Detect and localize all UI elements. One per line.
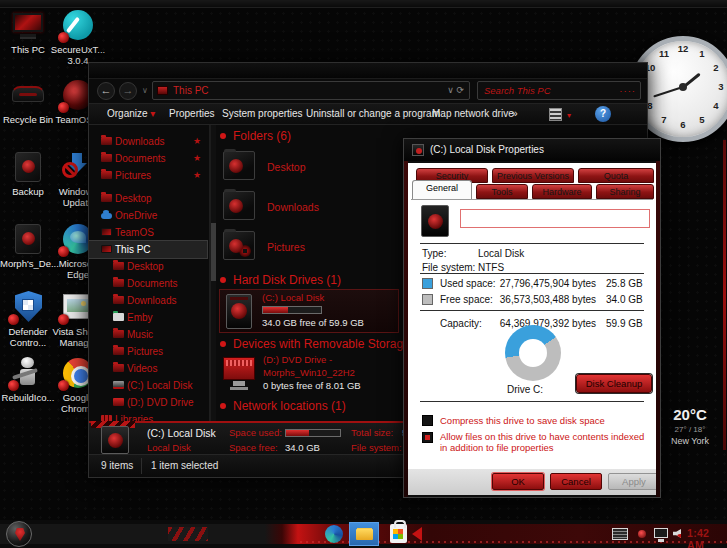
drive-item-c[interactable]: (C:) Local Disk 34.0 GB free of 59.9 GB (219, 289, 399, 333)
taskbar-edge-icon[interactable] (325, 525, 343, 543)
tree-item-d-drive[interactable]: (D:) DVD Drive (89, 394, 209, 411)
map-network-drive-button[interactable]: Map network drive (432, 108, 514, 119)
desktop-icon-label: This PC (0, 44, 56, 55)
desktop-icon-defender[interactable]: Defender Contro... (0, 290, 56, 348)
more-commands-icon[interactable]: » (512, 108, 518, 119)
clock-number: 7 (658, 114, 670, 126)
clock-number: 1 (696, 48, 708, 60)
desktop-icon-this-pc[interactable]: This PC (0, 8, 56, 55)
volume-label-input[interactable] (460, 209, 650, 228)
tree-item-this-pc[interactable]: This PC (89, 241, 207, 258)
start-button[interactable] (6, 521, 32, 547)
compress-checkbox[interactable] (422, 415, 433, 426)
search-dots-icon: ···· (619, 82, 636, 99)
tree-item-pictures-child[interactable]: Pictures (89, 343, 209, 360)
tree-item-desktop-child[interactable]: Desktop (89, 258, 209, 275)
address-bar[interactable]: This PC ∨ ⟳ (152, 81, 470, 100)
details-drive-name: (C:) Local Disk (147, 427, 216, 439)
this-pc-icon (101, 245, 112, 253)
folder-icon (101, 137, 112, 145)
tray-status-dot-icon[interactable] (638, 530, 646, 538)
tree-item-libraries[interactable]: Libraries (89, 411, 209, 421)
tree-item-downloads-child[interactable]: Downloads (89, 292, 209, 309)
tree-item-desktop[interactable]: Desktop (89, 190, 209, 207)
folder-item-desktop[interactable]: Desktop (221, 151, 407, 185)
drive-icon (113, 381, 124, 389)
desktop-icon-label: Morph's_De... (0, 258, 56, 269)
pin-star-icon: ★ (193, 167, 201, 184)
desktop-icon-secureux[interactable]: SecureUxT... 3.0.4 (50, 8, 106, 66)
address-dropdown-icon[interactable]: ∨ (447, 85, 454, 95)
taskbar-explorer-icon[interactable] (349, 522, 379, 546)
uninstall-button[interactable]: Uninstall or change a program (306, 108, 440, 119)
scrollbar-thumb[interactable] (211, 223, 216, 281)
used-bytes: 27,796,475,904 bytes (496, 278, 596, 289)
change-view-icon[interactable] (549, 108, 562, 121)
divider (420, 310, 644, 311)
desktop: This PC SecureUxT... 3.0.4 Recycle Bin T… (0, 0, 727, 548)
ok-button[interactable]: OK (492, 473, 544, 490)
section-header-folders[interactable]: Folders (6) (233, 129, 291, 143)
tab-quota[interactable]: Quota (578, 168, 654, 183)
index-checkbox[interactable] (422, 432, 433, 443)
desktop-icon-recycle-bin[interactable]: Recycle Bin (0, 78, 56, 125)
tree-item-onedrive[interactable]: OneDrive (89, 207, 209, 224)
organize-menu[interactable]: Organize ▾ (107, 108, 155, 119)
free-space-label: Free space: (440, 294, 493, 305)
tree-item-teamos[interactable]: TeamOS (89, 224, 209, 241)
network-icon[interactable] (654, 528, 668, 538)
used-size: 25.8 GB (606, 278, 643, 289)
back-button[interactable]: ← (97, 82, 115, 100)
tab-sharing[interactable]: Sharing (596, 184, 654, 199)
refresh-icon[interactable]: ⟳ (456, 85, 464, 95)
cancel-button[interactable]: Cancel (550, 473, 602, 490)
tab-general[interactable]: General (412, 180, 472, 199)
dialog-titlebar[interactable]: (C:) Local Disk Properties (404, 139, 660, 161)
tab-hardware[interactable]: Hardware (532, 184, 592, 199)
system-properties-button[interactable]: System properties (222, 108, 303, 119)
forward-button[interactable]: → (119, 82, 137, 100)
recent-locations-icon[interactable]: ∨ (142, 86, 148, 95)
folder-item-downloads[interactable]: Downloads (221, 191, 407, 225)
tray-window-icon[interactable] (612, 528, 628, 540)
folder-icon (101, 171, 112, 179)
file-system-label: File system: (422, 262, 475, 273)
properties-button[interactable]: Properties (169, 108, 215, 119)
tree-item-emby[interactable]: Emby (89, 309, 209, 326)
tree-item-videos[interactable]: Videos (89, 360, 209, 377)
file-system-value: NTFS (478, 262, 504, 273)
tree-item-documents-child[interactable]: Documents (89, 275, 209, 292)
section-header-hdd[interactable]: Hard Disk Drives (1) (233, 273, 341, 287)
taskbar-clock[interactable]: 1:42 AM (687, 527, 727, 548)
tree-item-c-drive[interactable]: (C:) Local Disk (89, 377, 209, 394)
dvd-name-line1: (D:) DVD Drive - (263, 353, 361, 366)
folder-item-pictures[interactable]: Pictures (221, 231, 407, 265)
pin-star-icon: ★ (193, 150, 201, 167)
search-input[interactable]: Search This PC ···· (477, 81, 641, 100)
tab-divider (411, 199, 653, 200)
dragon-badge-icon (58, 32, 69, 43)
section-header-removable[interactable]: Devices with Removable Storage (1) (233, 337, 428, 351)
dragon-badge-icon (8, 314, 19, 325)
apply-button[interactable]: Apply (608, 473, 660, 490)
view-dropdown-icon[interactable]: ▾ (567, 111, 571, 120)
tree-item-music[interactable]: Music (89, 326, 209, 343)
details-drive-type: Local Disk (147, 442, 191, 453)
section-header-network[interactable]: Network locations (1) (233, 399, 346, 413)
desktop-icon-backup[interactable]: Backup (0, 150, 56, 197)
tree-item-documents[interactable]: Documents★ (89, 150, 209, 167)
type-value: Local Disk (478, 248, 524, 259)
tab-tools[interactable]: Tools (476, 184, 528, 199)
folder-icon (223, 231, 255, 260)
taskbar-store-icon[interactable] (390, 524, 407, 543)
desktop-icon-rebuildico[interactable]: RebuildIco... (0, 356, 56, 403)
tree-item-downloads[interactable]: Downloads★ (89, 133, 209, 150)
explorer-titlebar[interactable] (89, 63, 647, 79)
desktop-icon-morphs[interactable]: Morph's_De... (0, 222, 56, 269)
tab-previous-versions[interactable]: Previous Versions (492, 168, 574, 183)
disk-cleanup-button[interactable]: Disk Cleanup (576, 374, 652, 393)
tree-item-pictures[interactable]: Pictures★ (89, 167, 209, 184)
drive-item-d[interactable]: (D:) DVD Drive - Morphs_Win10_22H2 0 byt… (221, 353, 407, 397)
help-icon[interactable]: ? (595, 106, 611, 122)
tree-scrollbar[interactable] (210, 125, 216, 421)
